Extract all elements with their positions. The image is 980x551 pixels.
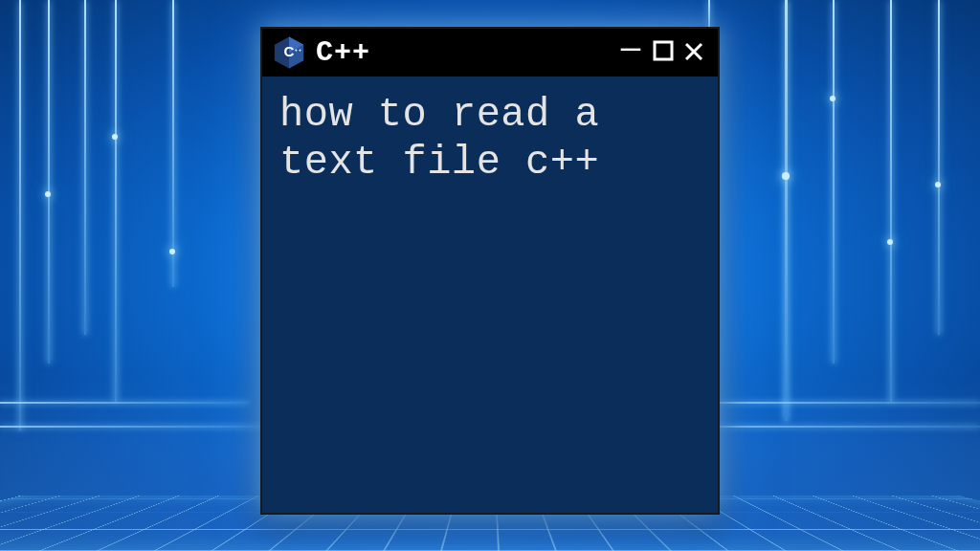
- maximize-button[interactable]: [649, 40, 678, 65]
- titlebar[interactable]: C + + C++ —: [262, 29, 718, 77]
- svg-text:+: +: [299, 47, 301, 53]
- window-title: C++: [316, 36, 605, 69]
- terminal-content: how to read a text file c++: [262, 77, 718, 513]
- svg-text:+: +: [295, 47, 298, 53]
- window-controls: —: [614, 36, 708, 69]
- terminal-window: C + + C++ — how to read a text file c++: [260, 27, 720, 515]
- svg-text:C: C: [284, 43, 295, 59]
- svg-rect-6: [655, 42, 672, 59]
- close-button[interactable]: [679, 38, 708, 67]
- minimize-button[interactable]: —: [614, 31, 647, 63]
- cpp-icon: C + +: [272, 35, 306, 70]
